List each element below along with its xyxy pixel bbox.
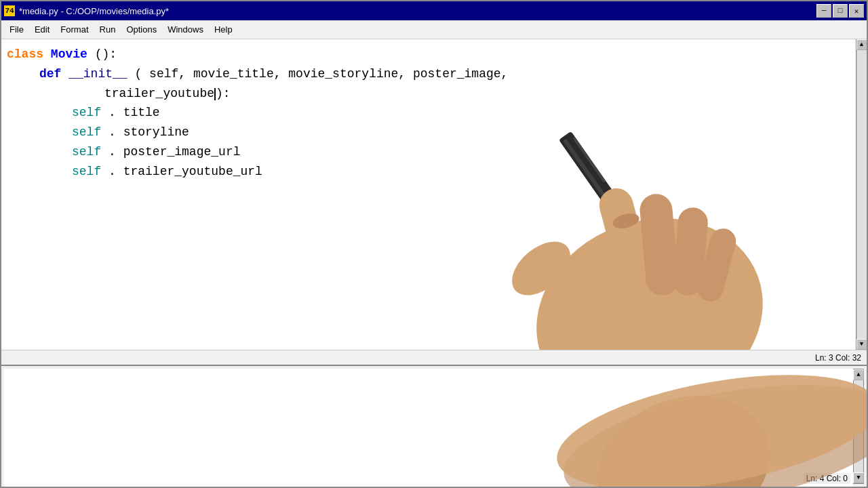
main-window: 74 *media.py - C:/OOP/movies/media.py* ─… [0, 0, 868, 366]
kw-class: class [7, 47, 43, 61]
app-icon: 74 [4, 5, 15, 16]
code-area[interactable]: class Movie (): def __init__ ( self, mov… [1, 39, 856, 350]
self-title: self [72, 106, 101, 119]
editor-container[interactable]: class Movie (): def __init__ ( self, mov… [1, 39, 867, 350]
menu-help[interactable]: Help [209, 23, 238, 36]
bottom-scroll-up-btn[interactable]: ▲ [853, 369, 864, 380]
title-bar: 74 *media.py - C:/OOP/movies/media.py* ─… [1, 1, 867, 20]
scrollbar-right[interactable]: ▲ ▼ [856, 39, 867, 350]
menu-windows[interactable]: Windows [162, 23, 209, 36]
code-line-6: self . poster_image_url [7, 142, 850, 162]
scroll-track[interactable] [857, 50, 867, 339]
code-line-4: self . title [7, 103, 850, 123]
bottom-scrollbar-right[interactable]: ▲ ▼ [853, 369, 864, 484]
code-line-7: self . trailer_youtube_url [7, 162, 850, 182]
scroll-down-btn[interactable]: ▼ [856, 339, 867, 350]
scroll-up-btn[interactable]: ▲ [856, 39, 867, 50]
self-poster: self [72, 145, 101, 159]
self-trailer: self [72, 165, 101, 178]
menu-run[interactable]: Run [94, 23, 121, 36]
menu-options[interactable]: Options [121, 23, 162, 36]
window-title: *media.py - C:/OOP/movies/media.py* [19, 6, 169, 16]
bottom-scroll-track[interactable] [854, 380, 863, 472]
code-line-3: trailer_youtube): [7, 84, 850, 104]
class-name: Movie [51, 47, 87, 61]
bottom-status: Ln: 4 Col: 0 [804, 473, 850, 484]
restore-button[interactable]: □ [833, 4, 848, 18]
menu-edit[interactable]: Edit [29, 23, 55, 36]
title-bar-left: 74 *media.py - C:/OOP/movies/media.py* [4, 5, 169, 16]
code-line-2: def __init__ ( self, movie_title, movie_… [7, 64, 850, 84]
title-controls: ─ □ ✕ [816, 4, 864, 18]
menu-format[interactable]: Format [55, 23, 94, 36]
menu-bar: File Edit Format Run Options Windows Hel… [1, 20, 867, 39]
minimize-button[interactable]: ─ [816, 4, 831, 18]
bottom-panel: ▲ ▼ Ln: 4 Col: 0 [0, 366, 868, 488]
bottom-editor[interactable] [4, 369, 853, 488]
close-button[interactable]: ✕ [849, 4, 864, 18]
menu-file[interactable]: File [4, 23, 29, 36]
code-line-1: class Movie (): [7, 45, 850, 64]
func-name-init: __init__ [68, 67, 127, 81]
bottom-scroll-down-btn[interactable]: ▼ [853, 472, 864, 483]
kw-def: def [39, 67, 61, 81]
cursor-position: Ln: 3 Col: 32 [815, 353, 861, 363]
editor-inner: class Movie (): def __init__ ( self, mov… [1, 39, 867, 350]
code-line-5: self . storyline [7, 123, 850, 142]
self-storyline: self [72, 125, 101, 139]
status-bar: Ln: 3 Col: 32 [1, 350, 867, 365]
